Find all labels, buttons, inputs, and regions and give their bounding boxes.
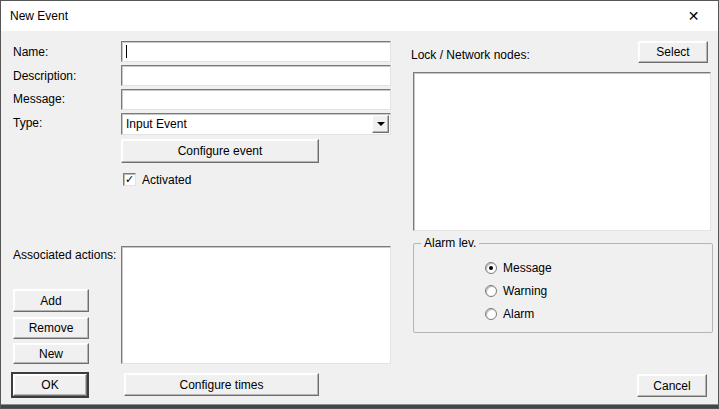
remove-button[interactable]: Remove	[13, 317, 89, 339]
type-dropdown-value: Input Event	[126, 117, 187, 131]
close-icon[interactable]: ✕	[671, 1, 716, 31]
message-label: Message:	[13, 92, 65, 106]
activated-checkbox[interactable]: ✓	[123, 173, 136, 186]
associated-actions-label: Associated actions:	[13, 248, 116, 262]
add-button[interactable]: Add	[13, 289, 89, 312]
message-input[interactable]	[121, 89, 391, 110]
lock-network-nodes-list[interactable]	[413, 72, 711, 231]
radio-button-icon[interactable]	[485, 285, 497, 297]
alarm-level-group-label: Alarm lev.	[421, 236, 479, 250]
ok-button[interactable]: OK	[13, 374, 87, 396]
radio-option-alarm[interactable]: Alarm	[485, 307, 534, 321]
new-event-dialog: New Event ✕ Name: Description: Message: …	[0, 0, 719, 409]
window-bottom-border	[1, 404, 718, 408]
select-button[interactable]: Select	[638, 41, 708, 63]
checkmark-icon: ✓	[125, 174, 134, 185]
title-bar: New Event ✕	[1, 1, 718, 31]
radio-button-icon[interactable]	[485, 262, 497, 274]
description-input[interactable]	[121, 65, 391, 86]
dropdown-arrow-button[interactable]	[372, 115, 389, 133]
configure-times-button[interactable]: Configure times	[124, 373, 319, 396]
radio-label-warning: Warning	[503, 284, 547, 298]
name-input[interactable]	[121, 41, 391, 62]
text-caret	[126, 45, 127, 58]
radio-button-icon[interactable]	[485, 308, 497, 320]
window-title: New Event	[10, 1, 68, 31]
radio-label-alarm: Alarm	[503, 307, 534, 321]
radio-label-message: Message	[503, 261, 552, 275]
alarm-level-group: Alarm lev. Message Warning Alarm	[413, 243, 713, 333]
activated-label: Activated	[142, 173, 191, 187]
radio-option-message[interactable]: Message	[485, 261, 552, 275]
lock-network-nodes-label: Lock / Network nodes:	[411, 48, 530, 62]
associated-actions-list[interactable]	[121, 246, 391, 364]
name-label: Name:	[13, 45, 48, 59]
new-button[interactable]: New	[13, 343, 89, 364]
description-label: Description:	[13, 69, 76, 83]
type-dropdown[interactable]: Input Event	[121, 113, 391, 135]
configure-event-button[interactable]: Configure event	[121, 139, 319, 163]
chevron-down-icon	[377, 122, 385, 126]
type-label: Type:	[13, 116, 42, 130]
cancel-button[interactable]: Cancel	[637, 374, 707, 397]
radio-option-warning[interactable]: Warning	[485, 284, 547, 298]
